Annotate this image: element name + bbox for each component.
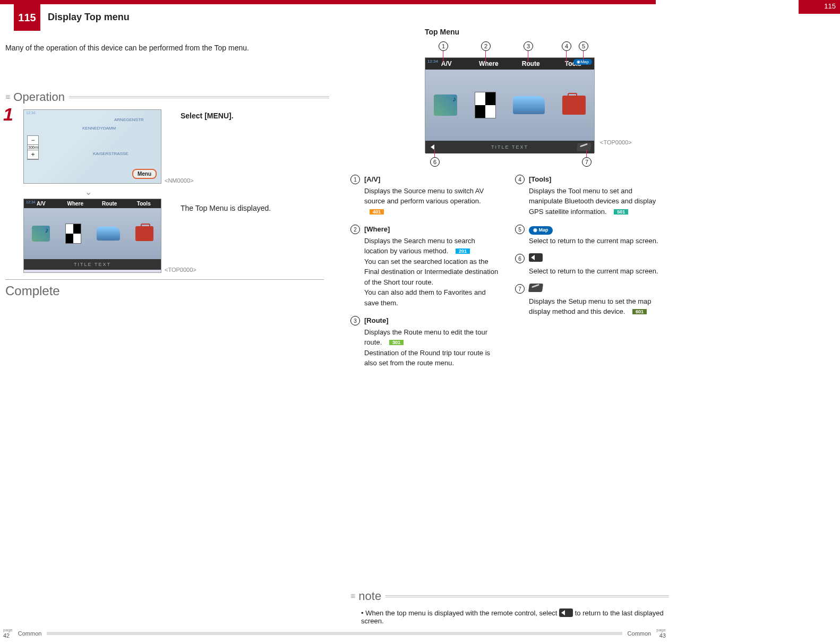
wrench-icon[interactable] <box>577 143 592 151</box>
footer-common-right: Common <box>628 630 652 637</box>
def-num-3: 3 <box>350 316 360 325</box>
def-num-2: 2 <box>350 225 360 234</box>
divider <box>5 279 324 280</box>
top-tag-small: <TOP0000> <box>165 267 196 273</box>
back-icon-inline <box>559 608 573 617</box>
page-title: Display Top menu <box>48 12 130 23</box>
callout-line-2 <box>485 51 486 63</box>
def-3-head: [Route] <box>364 315 499 326</box>
callout-7: 7 <box>582 157 592 167</box>
top-tag-large: <TOP0000> <box>600 139 632 145</box>
title-text-bar: TITLE TEXT <box>24 259 161 270</box>
step-1-number: 1 <box>3 104 13 125</box>
callout-line-5 <box>583 51 584 61</box>
tab-route-large[interactable]: Route <box>510 60 552 67</box>
callout-1: 1 <box>439 41 448 51</box>
clock-label: 12:34 <box>26 111 36 115</box>
top-menu-title: Top Menu <box>425 28 459 36</box>
def-4-head: [Tools] <box>529 174 664 185</box>
menu-button[interactable]: Menu <box>132 169 157 179</box>
definitions: 1 [A/V] Displays the Source menu to swit… <box>350 174 664 376</box>
back-icon-badge <box>529 253 543 262</box>
tab-where-large[interactable]: Where <box>468 60 510 67</box>
page-number-badge: 115 <box>14 4 40 31</box>
footer-common-left: Common <box>18 630 42 637</box>
ref-301: ☞301 <box>384 339 404 347</box>
operation-heading-label: Operation <box>13 90 65 104</box>
tab-where[interactable]: Where <box>58 199 93 208</box>
callout-5: 5 <box>579 41 588 51</box>
map-icon-badge: ◉ Map <box>529 226 553 235</box>
callout-2: 2 <box>481 41 491 51</box>
footer-page-num-left: 42 <box>3 632 13 639</box>
def-6-body: Select to return to the current map scre… <box>529 266 658 277</box>
flag-icon <box>65 224 81 244</box>
chevron-down-icon: ⌄ <box>85 187 92 197</box>
title-text-bar-large: TITLE TEXT <box>491 144 528 150</box>
callout-line-1 <box>443 51 443 63</box>
def-num-4: 4 <box>515 175 525 184</box>
zoom-control: − 300mi + <box>27 135 39 160</box>
zoom-scale: 300mi <box>28 145 38 150</box>
def-2-body2: You can set the searched location as the… <box>364 256 499 288</box>
def-3-body1: Displays the Route menu to edit the tour… <box>364 328 487 347</box>
def-2-body3: You can also add them to Favorites and s… <box>364 287 499 308</box>
top-menu-screenshot-small: 12:34 A/V Where Route Tools TITLE TEXT <box>23 199 161 273</box>
def-num-6: 6 <box>515 254 525 263</box>
heading-rule-2 <box>385 595 669 597</box>
tab-tools[interactable]: Tools <box>127 199 161 208</box>
def-2-head: [Where] <box>364 224 499 235</box>
callout-line-3 <box>528 51 528 63</box>
callout-6: 6 <box>430 157 440 167</box>
callout-4: 4 <box>562 41 571 51</box>
flag-icon-large <box>475 92 496 118</box>
zoom-in-button[interactable]: + <box>28 150 38 159</box>
note-heading-label: note <box>358 589 381 603</box>
av-icon-large <box>434 95 457 116</box>
tab-route[interactable]: Route <box>92 199 127 208</box>
ref-601: ☞601 <box>627 308 647 316</box>
footer-page-label-left: page <box>3 628 13 632</box>
step-1-text: Select [MENU]. <box>181 112 234 120</box>
note-text-1: When the top menu is displayed with the … <box>365 609 557 617</box>
def-num-5: 5 <box>515 225 525 234</box>
clock-label-3: 12:34 <box>427 59 438 64</box>
map-street-arne: ARNEGENSTR <box>114 117 144 122</box>
def-4-body: Displays the Tool menu to set and manipu… <box>529 187 656 216</box>
note-line: • When the top menu is displayed with th… <box>361 608 669 625</box>
ref-501: ☞501 <box>608 209 628 216</box>
wrench-icon-badge <box>528 284 543 292</box>
callout-line-4 <box>566 51 567 63</box>
operation-heading: Operation <box>5 90 329 104</box>
back-icon[interactable] <box>428 143 442 151</box>
def-num-1: 1 <box>350 175 360 184</box>
footer: page 42 Common Common page 43 <box>0 628 669 639</box>
top-menu-screenshot-large: 12:34 ◉ Map A/V Where Route Tools TITLE … <box>425 57 595 153</box>
corner-page-tab: 115 <box>799 0 840 14</box>
def-num-7: 7 <box>515 284 525 294</box>
nm-tag: <NM0000> <box>165 177 193 184</box>
complete-label: Complete <box>5 284 60 298</box>
map-street-kaiser: KAISERSTRASSE <box>93 151 128 156</box>
callout-3: 3 <box>524 41 533 51</box>
note-heading: note <box>350 589 669 603</box>
av-icon <box>32 226 50 242</box>
footer-page-num-right: 43 <box>656 632 666 639</box>
toolbox-icon-large <box>562 96 586 115</box>
def-3-body2: Destination of the Round trip tour route… <box>364 348 499 368</box>
toolbox-icon <box>135 226 153 241</box>
map-button-label: Map <box>580 59 589 64</box>
intro-text: Many of the operation of this device can… <box>5 44 249 52</box>
map-screenshot: 12:34 KENNEDYDAMM ARNEGENSTR KAISERSTRAS… <box>23 109 161 184</box>
heading-rule <box>69 96 329 98</box>
zoom-out-button[interactable]: − <box>28 136 38 145</box>
def-1-head: [A/V] <box>364 174 499 185</box>
note-bullet: • <box>361 609 364 617</box>
def-5-body: Select to return to the current map scre… <box>529 236 658 246</box>
result-text: The Top Menu is displayed. <box>181 204 271 212</box>
ref-401: ☞401 <box>364 209 384 216</box>
car-icon <box>97 227 120 241</box>
footer-bar <box>47 632 622 635</box>
map-street-kennedy: KENNEDYDAMM <box>82 126 116 131</box>
car-icon-large <box>513 96 545 114</box>
